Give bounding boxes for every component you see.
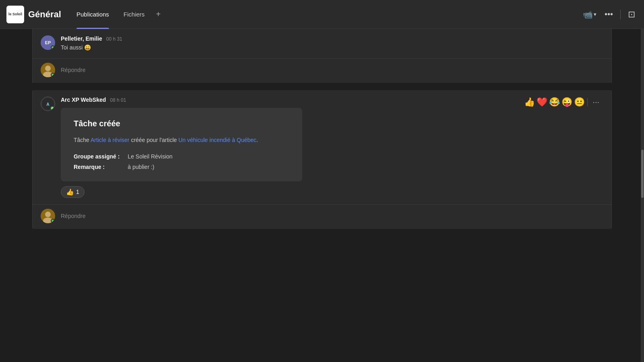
reply-status-dot <box>51 73 55 77</box>
svg-point-4 <box>45 212 51 217</box>
card-value-group: Le Soleil Révision <box>128 153 289 160</box>
reaction-divider <box>587 98 588 106</box>
panel-icon: ⊡ <box>628 9 635 20</box>
reaction-wink[interactable]: 😜 <box>561 97 572 107</box>
top-bar-actions: 📹 ▾ ••• ⊡ <box>580 7 638 22</box>
more-options-button[interactable]: ••• <box>602 7 615 21</box>
arc-status: ✓ <box>50 106 55 111</box>
message-time: 00 h 31 <box>106 36 122 42</box>
video-button[interactable]: 📹 ▾ <box>580 7 599 22</box>
reaction-neutral[interactable]: 😐 <box>574 97 585 107</box>
content-area: EP Pelletier, Emilie 00 h 31 Toi aussi 😄 <box>0 29 644 362</box>
online-status-dot <box>51 45 55 49</box>
message-text: Toi aussi 😄 <box>61 43 603 52</box>
card-fields: Groupe assigné : Le Soleil Révision Rema… <box>74 153 289 170</box>
app-logo: le Soleil <box>6 6 24 23</box>
scrollbar[interactable] <box>641 29 644 362</box>
add-tab-button[interactable]: + <box>152 8 165 21</box>
card-value-remarque: à publier :) <box>128 164 289 170</box>
thread-segment-1: EP Pelletier, Emilie 00 h 31 Toi aussi 😄 <box>32 29 612 83</box>
task-card: Tâche créée Tâche Article à réviser créé… <box>61 108 302 181</box>
top-bar: le Soleil Général Publications Fichiers … <box>0 0 644 29</box>
sender-name: Pelletier, Emilie <box>61 35 102 42</box>
sender-name-arc: Arc XP WebSked <box>61 97 106 103</box>
reactions-toolbar: 👍 ❤️ 😂 😜 😐 ··· <box>524 97 602 107</box>
panel-toggle-button[interactable]: ⊡ <box>625 7 638 22</box>
message-row-pelletier: EP Pelletier, Emilie 00 h 31 Toi aussi 😄 <box>33 29 611 58</box>
message-more-button[interactable]: ··· <box>590 97 602 107</box>
logo-area: le Soleil Général <box>6 6 61 23</box>
reply-row-1[interactable]: Répondre <box>33 58 611 83</box>
card-link-vehicle[interactable]: Un véhicule incendié à Québec <box>178 137 256 143</box>
card-link-article[interactable]: Article à réviser <box>91 137 129 143</box>
chevron-down-icon: ▾ <box>594 11 597 17</box>
card-body: Tâche Article à réviser créée pour l'art… <box>74 136 289 145</box>
svg-text:A: A <box>46 102 50 107</box>
card-body-prefix: Tâche <box>74 137 91 143</box>
message-row-arc: A ✓ Arc XP WebSked 08 h 01 Tâche créée <box>33 90 611 204</box>
message-block-2: A ✓ Arc XP WebSked 08 h 01 Tâche créée <box>32 90 612 229</box>
tab-bar: Publications Fichiers + <box>69 0 580 29</box>
card-body-middle: créée pour l'article <box>130 137 179 143</box>
card-title: Tâche créée <box>74 119 289 128</box>
reaction-badge-thumbsup[interactable]: 👍 1 <box>61 186 85 198</box>
thumbsup-emoji: 👍 <box>66 188 74 196</box>
svg-point-0 <box>45 66 51 71</box>
card-label-remarque: Remarque : <box>74 164 120 170</box>
reaction-count: 1 <box>76 189 79 195</box>
ellipsis-icon: ••• <box>605 10 613 19</box>
tab-fichiers[interactable]: Fichiers <box>116 0 152 29</box>
reply-row-2[interactable]: Répondre <box>33 204 611 229</box>
reaction-heart[interactable]: ❤️ <box>537 97 547 107</box>
tab-publications[interactable]: Publications <box>69 0 116 29</box>
message-header-arc: Arc XP WebSked 08 h 01 <box>61 97 523 103</box>
channel-title: Général <box>28 9 61 20</box>
card-body-suffix: . <box>256 137 258 143</box>
reaction-laugh[interactable]: 😂 <box>549 97 560 107</box>
reply-label[interactable]: Répondre <box>61 67 86 73</box>
message-block-2-wrapper: A ✓ Arc XP WebSked 08 h 01 Tâche créée <box>32 90 612 229</box>
video-icon: 📹 <box>583 10 593 19</box>
reply2-status-dot <box>51 219 55 223</box>
reply-label-2[interactable]: Répondre <box>61 213 86 219</box>
avatar-reply-user-2 <box>41 209 55 223</box>
message-header: Pelletier, Emilie 00 h 31 <box>61 35 603 42</box>
message-body-pelletier: Pelletier, Emilie 00 h 31 Toi aussi 😄 <box>61 35 603 52</box>
message-time-arc: 08 h 01 <box>110 97 126 103</box>
toolbar-divider <box>620 10 621 19</box>
message-body-arc: Arc XP WebSked 08 h 01 Tâche créée Tâche… <box>61 97 523 198</box>
avatar-pelletier: EP <box>41 35 55 50</box>
reaction-thumbsup[interactable]: 👍 <box>524 97 535 107</box>
card-label-group: Groupe assigné : <box>74 153 120 160</box>
avatar-arc: A ✓ <box>41 97 55 111</box>
avatar-reply-user <box>41 63 55 77</box>
avatar-initials: EP <box>45 40 51 45</box>
scrollbar-thumb[interactable] <box>641 150 644 198</box>
